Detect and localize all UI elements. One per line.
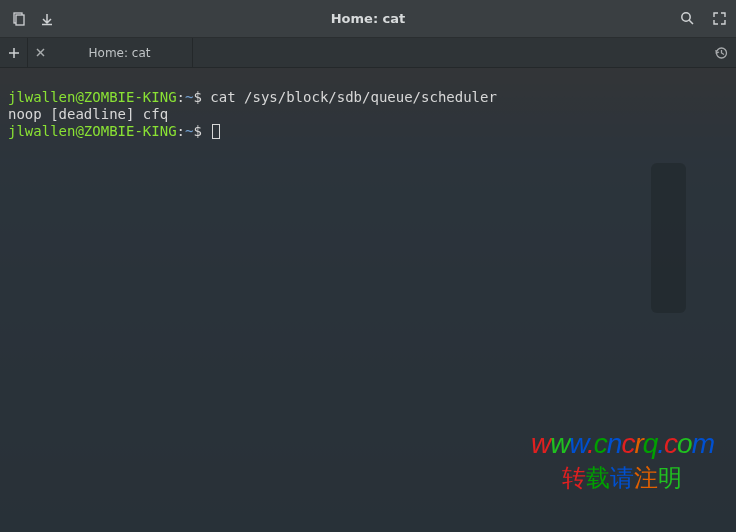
prompt-sep: : <box>177 123 185 139</box>
svg-rect-1 <box>16 15 24 25</box>
svg-point-3 <box>682 13 690 21</box>
background-object <box>651 163 686 313</box>
titlebar-right <box>680 11 726 26</box>
window-titlebar[interactable]: Home: cat <box>0 0 736 38</box>
prompt-symbol: $ <box>193 123 201 139</box>
prompt-user: jlwallen@ZOMBIE-KING <box>8 89 177 105</box>
command-output: noop [deadline] cfq <box>8 106 168 122</box>
command-text: cat /sys/block/sdb/queue/scheduler <box>210 89 497 105</box>
tabbar-right <box>714 38 728 67</box>
prompt-sep: : <box>177 89 185 105</box>
terminal-cursor <box>212 124 220 139</box>
new-tab-button[interactable] <box>0 38 28 67</box>
history-icon[interactable] <box>714 46 728 60</box>
paste-icon[interactable] <box>40 12 54 26</box>
prompt-symbol: $ <box>193 89 201 105</box>
titlebar-left <box>0 12 54 26</box>
close-tab-icon[interactable] <box>36 46 45 60</box>
prompt-user: jlwallen@ZOMBIE-KING <box>8 123 177 139</box>
tab-home-cat[interactable]: Home: cat <box>28 38 193 67</box>
tab-label: Home: cat <box>55 46 184 60</box>
terminal-body[interactable]: jlwallen@ZOMBIE-KING:~$ cat /sys/block/s… <box>0 68 736 532</box>
window-title: Home: cat <box>0 11 736 26</box>
svg-line-4 <box>689 20 693 24</box>
maximize-icon[interactable] <box>713 12 726 25</box>
terminal-window: Home: cat Home: cat jlwallen@ZOMBIE-KING… <box>0 0 736 532</box>
search-icon[interactable] <box>680 11 695 26</box>
tab-bar: Home: cat <box>0 38 736 68</box>
copy-icon[interactable] <box>12 12 26 26</box>
